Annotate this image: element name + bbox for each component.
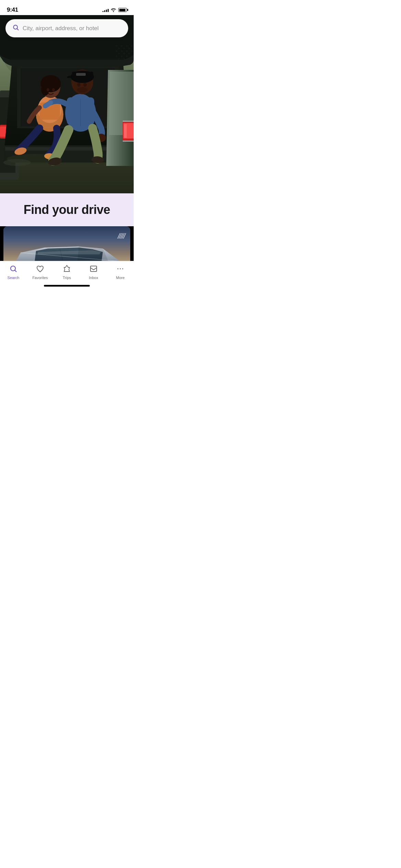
hero-scene-svg: [0, 15, 134, 193]
nav-item-search[interactable]: Search: [0, 261, 27, 282]
svg-rect-19: [123, 141, 134, 142]
svg-point-56: [131, 56, 133, 57]
more-nav-label: More: [116, 276, 124, 280]
status-icons: [102, 8, 127, 12]
find-your-drive-heading: Find your drive: [7, 203, 127, 217]
svg-point-59: [126, 61, 128, 62]
signal-icon: [102, 8, 109, 12]
cybertruck-section: /////: [0, 226, 134, 261]
svg-point-95: [122, 268, 123, 269]
svg-point-66: [129, 53, 130, 55]
svg-point-41: [77, 87, 88, 93]
svg-point-29: [52, 88, 55, 92]
search-nav-icon: [9, 265, 17, 274]
svg-point-57: [116, 61, 118, 62]
more-nav-icon: [116, 265, 124, 274]
svg-point-51: [126, 50, 128, 52]
status-time: 9:41: [7, 7, 18, 13]
svg-point-93: [118, 268, 119, 269]
inbox-nav-label: Inbox: [89, 276, 98, 280]
svg-rect-17: [124, 124, 127, 138]
wifi-icon: [111, 8, 116, 12]
cybertruck-container: [3, 242, 130, 261]
inbox-nav-icon: [89, 265, 98, 274]
svg-point-62: [123, 48, 125, 49]
nav-item-more[interactable]: More: [107, 261, 134, 282]
favorites-nav-icon: [36, 265, 44, 274]
search-nav-label: Search: [8, 276, 20, 280]
svg-rect-38: [76, 73, 86, 76]
cybertruck-svg: [3, 242, 130, 261]
svg-point-60: [131, 61, 133, 62]
svg-point-28: [47, 88, 49, 92]
cybertruck-image: /////: [3, 226, 130, 261]
slash-marks: /////: [118, 232, 125, 241]
svg-point-21: [3, 159, 31, 166]
search-bar-wrapper: City, airport, address, or hotel: [0, 15, 134, 41]
svg-point-64: [118, 53, 120, 55]
find-your-drive-section: Find your drive: [0, 193, 134, 226]
svg-point-50: [121, 50, 123, 52]
svg-point-49: [116, 50, 118, 52]
trips-nav-icon: [63, 265, 71, 274]
svg-point-46: [121, 45, 123, 47]
trips-nav-label: Trips: [63, 276, 71, 280]
svg-point-68: [123, 58, 125, 60]
svg-point-53: [116, 56, 118, 57]
svg-point-61: [118, 48, 120, 49]
svg-point-55: [126, 56, 128, 57]
nav-item-inbox[interactable]: Inbox: [80, 261, 107, 282]
favorites-nav-label: Favorites: [32, 276, 48, 280]
svg-point-40: [83, 83, 87, 87]
svg-point-39: [77, 83, 81, 87]
nav-item-favorites[interactable]: Favorites: [27, 261, 53, 282]
svg-rect-18: [123, 121, 134, 122]
search-placeholder: City, airport, address, or hotel: [23, 25, 99, 32]
svg-point-69: [129, 58, 130, 60]
status-bar: 9:41: [0, 0, 134, 15]
svg-point-94: [120, 268, 121, 269]
svg-point-48: [131, 45, 133, 47]
hero-image: [0, 15, 134, 193]
svg-point-54: [121, 56, 123, 57]
home-indicator: [44, 285, 90, 287]
svg-point-67: [118, 58, 120, 60]
svg-point-63: [129, 48, 130, 49]
battery-icon: [118, 8, 127, 12]
search-bar[interactable]: City, airport, address, or hotel: [5, 19, 128, 37]
svg-point-58: [121, 61, 123, 62]
svg-point-47: [126, 45, 128, 47]
search-icon: [12, 24, 19, 33]
svg-point-52: [131, 50, 133, 52]
cybertruck-card: /////: [3, 226, 130, 261]
svg-point-45: [116, 45, 118, 47]
svg-point-65: [123, 53, 125, 55]
nav-item-trips[interactable]: Trips: [53, 261, 80, 282]
